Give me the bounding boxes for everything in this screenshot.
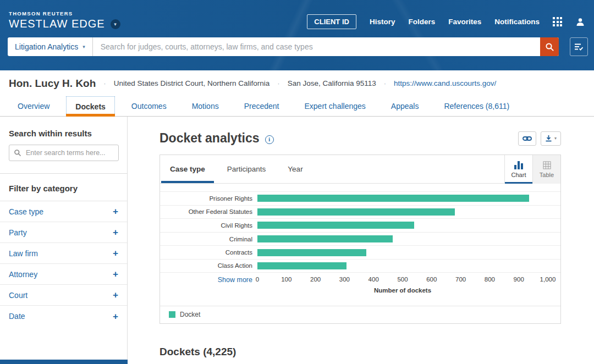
chart-tab-year[interactable]: Year xyxy=(287,155,304,183)
chart-row: Class Action xyxy=(160,259,560,273)
search-scope-selector[interactable]: Litigation Analytics ▾ xyxy=(8,37,93,56)
chart-button-label: Chart xyxy=(512,172,526,178)
separator-dot: · xyxy=(103,79,106,87)
download-caret-icon: ▾ xyxy=(554,136,557,141)
tab-precedent[interactable]: Precedent xyxy=(235,96,288,116)
table-grid-icon xyxy=(543,161,551,169)
chart-row: Criminal xyxy=(160,232,560,246)
expand-plus-icon[interactable]: + xyxy=(113,249,118,258)
chart-row: Civil Rights xyxy=(160,218,560,232)
bar-chart-icon xyxy=(514,161,523,169)
filter-label: Attorney xyxy=(9,270,37,279)
bar-contracts[interactable] xyxy=(257,249,366,256)
horizontal-bar-chart: Prisoner RightsOther Federal StatutesCiv… xyxy=(160,184,560,273)
tab-outcomes[interactable]: Outcomes xyxy=(123,96,175,116)
chart-row: Other Federal Statutes xyxy=(160,205,560,219)
separator-dot: · xyxy=(277,79,279,87)
nav-item-favorites[interactable]: Favorites xyxy=(448,18,481,26)
chart-tab-case-type[interactable]: Case type xyxy=(169,155,206,183)
expand-plus-icon[interactable]: + xyxy=(113,312,118,321)
x-axis-label: Number of dockets xyxy=(257,287,548,294)
show-more-link[interactable]: Show more xyxy=(160,276,257,284)
bar-other-federal-statutes[interactable] xyxy=(257,208,455,216)
search-button[interactable] xyxy=(540,37,559,56)
bar-category-label: Criminal xyxy=(160,236,257,242)
tab-overview[interactable]: Overview xyxy=(9,96,58,116)
legend-label: Docket xyxy=(180,311,200,318)
tab-references-8-611[interactable]: References (8,611) xyxy=(435,96,518,116)
bar-category-label: Civil Rights xyxy=(160,222,257,229)
bar-category-label: Prisoner Rights xyxy=(160,195,257,202)
filter-category-date[interactable]: Date+ xyxy=(0,306,127,327)
x-axis-ticks: 01002003004005006007008009001,000 xyxy=(257,273,548,287)
dockets-count-heading: Dockets (4,225) xyxy=(160,346,561,358)
download-icon xyxy=(545,135,552,142)
view-table-button[interactable]: Table xyxy=(532,155,560,184)
judge-court: United States District Court, Northern C… xyxy=(114,79,270,87)
legend-swatch xyxy=(169,311,175,318)
expand-plus-icon[interactable]: + xyxy=(113,269,118,279)
global-search-input[interactable] xyxy=(93,37,540,56)
bar-prisoner-rights[interactable] xyxy=(257,195,529,202)
view-chart-button[interactable]: Chart xyxy=(504,155,532,184)
x-tick-label: 100 xyxy=(281,276,292,283)
brand-thomson-reuters: THOMSON REUTERS xyxy=(9,10,120,16)
global-search-row: Litigation Analytics ▾ xyxy=(8,37,588,56)
filter-label: Date xyxy=(9,312,25,321)
search-icon xyxy=(14,149,21,157)
brand-westlaw-edge: WESTLAW EDGE xyxy=(9,18,105,30)
x-axis: Show more 01002003004005006007008009001,… xyxy=(160,273,560,287)
expand-plus-icon[interactable]: + xyxy=(113,228,118,237)
filter-category-law-firm[interactable]: Law firm+ xyxy=(0,243,127,264)
user-profile-icon[interactable] xyxy=(575,17,585,27)
search-icon xyxy=(545,42,554,52)
bar-class-action[interactable] xyxy=(257,262,346,269)
chart-legend: Docket xyxy=(160,306,560,323)
bar-track xyxy=(257,222,548,229)
judge-location: San Jose, California 95113 xyxy=(288,79,376,87)
chart-dimension-tabs: Case typeParticipantsYear Chart Table xyxy=(160,155,560,184)
judge-name: Hon. Lucy H. Koh xyxy=(9,78,96,90)
chart-table-toggle: Chart Table xyxy=(504,155,560,184)
filter-label: Court xyxy=(9,291,28,300)
app-grid-icon[interactable] xyxy=(553,17,562,26)
search-within-results-title: Search within results xyxy=(0,117,127,145)
filter-category-attorney[interactable]: Attorney+ xyxy=(0,264,127,285)
search-within-results-input[interactable] xyxy=(26,149,114,157)
tab-appeals[interactable]: Appeals xyxy=(382,96,428,116)
top-navigation: CLIENT ID HistoryFoldersFavoritesNotific… xyxy=(307,14,585,29)
filter-category-list: Case type+Party+Law firm+Attorney+Court+… xyxy=(0,201,127,327)
filter-category-party[interactable]: Party+ xyxy=(0,222,127,243)
filter-label: Case type xyxy=(9,207,43,216)
search-scope-label: Litigation Analytics xyxy=(15,42,78,51)
filters-sidebar: Search within results Filter by category… xyxy=(0,117,128,364)
expand-plus-icon[interactable]: + xyxy=(113,290,118,300)
chart-row: Contracts xyxy=(160,245,560,259)
bar-civil-rights[interactable] xyxy=(257,222,414,229)
x-tick-label: 700 xyxy=(455,276,466,283)
client-id-button[interactable]: CLIENT ID xyxy=(307,14,356,29)
x-tick-label: 900 xyxy=(514,276,524,283)
alerts-list-button[interactable] xyxy=(570,37,588,56)
filter-category-case-type[interactable]: Case type+ xyxy=(0,201,127,222)
bar-criminal[interactable] xyxy=(257,235,393,242)
nav-item-history[interactable]: History xyxy=(370,18,395,26)
x-tick-label: 200 xyxy=(310,276,321,283)
tab-expert-challenges[interactable]: Expert challenges xyxy=(296,96,375,116)
court-website-link[interactable]: https://www.cand.uscourts.gov/ xyxy=(394,79,496,87)
nav-item-folders[interactable]: Folders xyxy=(408,18,435,26)
chart-tab-participants[interactable]: Participants xyxy=(226,155,267,183)
info-icon[interactable]: i xyxy=(265,135,274,144)
brand-dropdown-caret-icon[interactable]: ▾ xyxy=(111,19,120,29)
tab-dockets[interactable]: Dockets xyxy=(66,96,114,116)
filter-category-court[interactable]: Court+ xyxy=(0,285,127,306)
x-tick-label: 600 xyxy=(426,276,437,283)
copy-link-button[interactable] xyxy=(518,131,536,146)
westlaw-edge-app: THOMSON REUTERS WESTLAW EDGE ▾ CLIENT ID… xyxy=(0,0,594,364)
bar-category-label: Contracts xyxy=(160,249,257,256)
expand-plus-icon[interactable]: + xyxy=(113,207,118,216)
download-button[interactable]: ▾ xyxy=(541,131,561,146)
top-header: THOMSON REUTERS WESTLAW EDGE ▾ CLIENT ID… xyxy=(0,0,594,70)
tab-motions[interactable]: Motions xyxy=(183,96,228,116)
nav-item-notifications[interactable]: Notifications xyxy=(494,18,540,26)
